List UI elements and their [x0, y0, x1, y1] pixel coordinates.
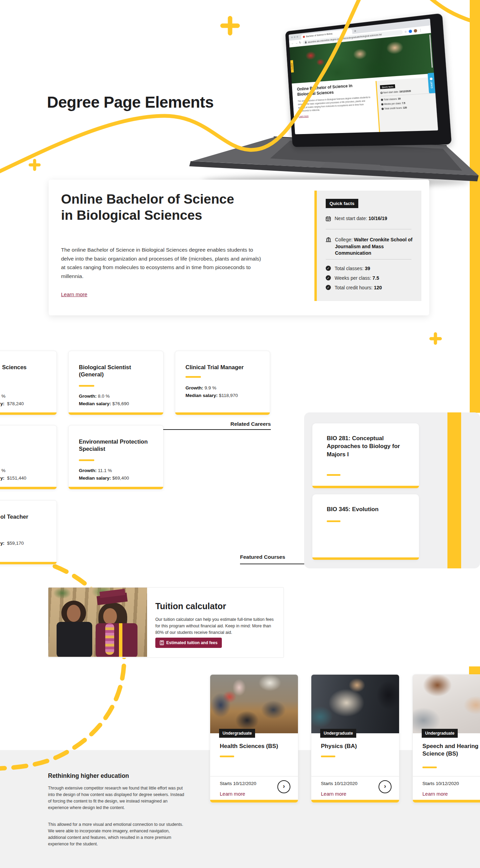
gold-dash: [321, 756, 335, 757]
window-dot-icon[interactable]: [294, 36, 296, 38]
mini-fact: ✓Weeks per class: 7.5: [381, 100, 436, 105]
graduation-gown: [96, 623, 137, 657]
program-card: Undergraduate Speech and Hearing Science…: [412, 674, 480, 803]
mini-quick-facts-badge: Quick facts: [380, 84, 395, 89]
check-icon: ✓: [326, 266, 331, 271]
career-title: ol Teacher: [0, 513, 75, 520]
window-dot-icon[interactable]: [297, 36, 298, 38]
chevron-right-button[interactable]: ›: [379, 780, 392, 793]
gold-dash: [79, 385, 94, 387]
gold-sash: [119, 623, 122, 657]
program-photo-speech: [413, 675, 480, 733]
menu-dots-icon[interactable]: ⋮: [419, 28, 422, 32]
career-growth: %: [1, 394, 5, 399]
divider: [311, 776, 399, 776]
photo-shape: [67, 605, 81, 622]
close-icon[interactable]: ×: [342, 31, 344, 34]
gold-bottom-bar: [0, 487, 57, 489]
flower-lei: [105, 623, 114, 655]
rethink-paragraph: This allowed for a more visual and emoti…: [48, 821, 186, 847]
career-salary: y: $151,440: [0, 475, 26, 481]
annotation-line: [240, 564, 304, 564]
tuition-title: Tuition calculator: [155, 601, 226, 611]
photo-shape: [103, 608, 117, 625]
program-learn-more-link[interactable]: Learn more: [321, 791, 346, 797]
degree-title: Online Bachelor of Science in Biological…: [61, 191, 234, 224]
chevron-right-button[interactable]: ›: [277, 780, 290, 793]
course-card: BIO 345: Evolution: [312, 494, 419, 560]
career-salary: Median salary: $69,400: [79, 475, 129, 481]
undergraduate-badge: Undergraduate: [219, 729, 255, 738]
mini-learn-more-link[interactable]: Learn more: [299, 115, 309, 118]
career-title: Biological Scientist (General): [79, 364, 154, 378]
career-title: Environmental Protection Specialist: [79, 438, 154, 453]
gold-stripe: [447, 412, 461, 568]
estimated-tuition-button[interactable]: Estimated tuition and fees: [155, 638, 222, 648]
calendar-icon: ▦: [381, 92, 383, 94]
tuition-description: Our tuition calculator can help you esti…: [155, 616, 276, 636]
laptop-trackpad: [320, 162, 386, 171]
program-title: Physics (BA): [321, 743, 391, 750]
career-card: Biological Scientist (General) Growth: 8…: [68, 351, 164, 415]
calendar-icon: [326, 216, 331, 221]
career-growth: Growth: 8.0 %: [79, 394, 110, 399]
annotation-featured-courses: Featured Courses: [240, 554, 285, 560]
featured-courses-panel: BIO 281: Conceptual Approaches to Biolog…: [304, 412, 480, 568]
gold-bottom-bar: [312, 486, 419, 488]
gold-bottom-bar: [0, 412, 57, 415]
program-start-date: Starts 10/12/2020: [220, 781, 256, 786]
reload-icon[interactable]: ↻: [299, 41, 301, 44]
gold-bottom-bar: [0, 562, 57, 564]
fact-total-credit-hours: ✓ Total credit hours: 120: [326, 285, 382, 291]
forward-icon[interactable]: →: [295, 42, 298, 45]
program-card: Undergraduate Physics (BA) Starts 10/12/…: [311, 674, 399, 803]
plus-icon: [30, 160, 39, 169]
rethink-paragraph: Through extensive competitor research we…: [48, 785, 186, 811]
program-learn-more-link[interactable]: Learn more: [422, 791, 448, 797]
gold-dash: [327, 520, 340, 522]
mini-fact: ✓Total credit hours: 120: [382, 105, 436, 110]
program-photo-health: [210, 675, 298, 733]
career-salary: y: $59,170: [0, 541, 24, 546]
graduation-photo: [48, 588, 147, 657]
program-learn-more-link[interactable]: Learn more: [220, 791, 245, 797]
fact-weeks-per-class: ✓ Weeks per class: 7.5: [326, 275, 379, 282]
undergraduate-badge: Undergraduate: [320, 729, 356, 738]
check-icon: ✓: [381, 103, 383, 105]
laptop-screen: Bachelor of Science in Biolog × + ← → ↻ …: [285, 13, 452, 147]
gold-bottom-bar: [69, 487, 163, 489]
program-card: Undergraduate Health Sciences (BS) Start…: [210, 674, 298, 803]
gold-dash: [422, 767, 437, 768]
mini-fact: ✓Total classes: 39: [381, 96, 436, 101]
chat-bubble-icon: [430, 77, 432, 80]
program-start-date: Starts 10/12/2020: [321, 781, 358, 786]
favicon: [303, 36, 305, 38]
divider: [326, 259, 411, 260]
undergraduate-badge: Undergraduate: [422, 729, 458, 738]
check-icon: ✓: [326, 285, 331, 290]
feedback-tab[interactable]: Feedback: [290, 60, 294, 72]
gold-bottom-bar: [210, 800, 298, 803]
gold-bottom-bar: [311, 800, 399, 803]
chat-button[interactable]: CHAT: [428, 73, 435, 93]
career-title: Sciences: [2, 364, 77, 371]
sync-icon[interactable]: [409, 29, 412, 33]
rethink-heading: Rethinking higher education: [48, 772, 129, 780]
learn-more-link[interactable]: Learn more: [61, 291, 87, 297]
course-title: BIO 345: Evolution: [327, 505, 407, 513]
new-tab-button[interactable]: +: [354, 29, 356, 34]
window-dot-icon[interactable]: [291, 36, 293, 38]
check-icon: ✓: [326, 275, 331, 280]
gold-bottom-bar: [312, 557, 419, 560]
avatar[interactable]: [413, 29, 417, 32]
gold-dash: [79, 459, 94, 461]
degree-description: The online Bachelor of Science in Biolog…: [61, 245, 262, 281]
annotation-line: [163, 429, 271, 430]
bookmark-star-icon[interactable]: ☆: [404, 30, 407, 33]
back-icon[interactable]: ←: [291, 42, 293, 45]
gold-dash: [220, 756, 234, 757]
mini-page-title: Online Bachelor of Science in Biological…: [297, 82, 369, 97]
college-fact: College: Walter Cronkite School of Journ…: [326, 237, 416, 257]
career-salary: y: $78,240: [0, 401, 24, 406]
divider: [413, 776, 480, 776]
